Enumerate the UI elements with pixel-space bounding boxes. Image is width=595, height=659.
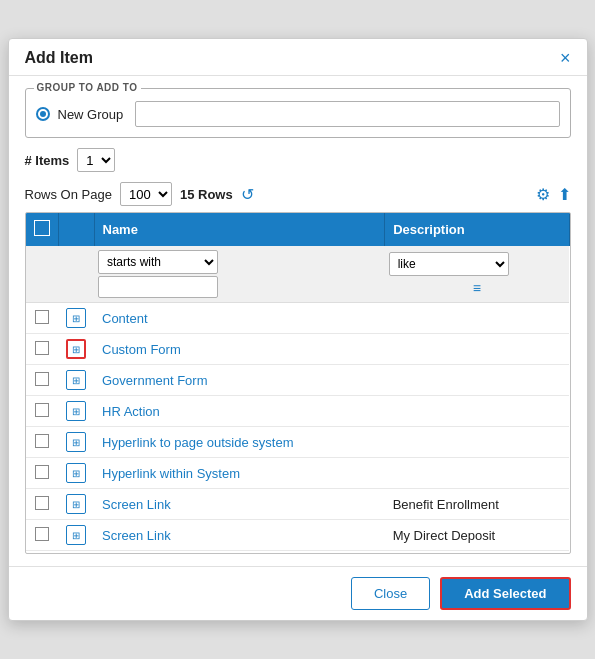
new-group-input[interactable]	[135, 101, 559, 127]
row-name-cell[interactable]: Screen Link	[94, 551, 385, 554]
rows-on-page-label: Rows On Page	[25, 187, 112, 202]
row-name-cell[interactable]: Custom Form	[94, 334, 385, 365]
dialog-body: GROUP TO ADD TO New Group # Items 1 2 3 …	[9, 76, 587, 566]
row-name-cell[interactable]: HR Action	[94, 396, 385, 427]
row-checkbox-cell[interactable]	[26, 520, 59, 551]
filter-icon-cell	[58, 246, 94, 303]
row-desc-cell: My Direct Deposit	[385, 520, 569, 551]
row-name[interactable]: Screen Link	[102, 528, 171, 543]
table-row: ⊞ Content	[26, 303, 570, 334]
table-row: ⊞ Custom Form	[26, 334, 570, 365]
add-item-dialog: Add Item × GROUP TO ADD TO New Group # I…	[8, 38, 588, 621]
filter-apply-button[interactable]: ≡	[473, 280, 481, 296]
form-icon: ⊞	[66, 308, 86, 328]
th-checkbox[interactable]	[26, 213, 59, 246]
header-checkbox[interactable]	[34, 220, 50, 236]
name-filter-input[interactable]	[98, 276, 218, 298]
items-row: # Items 1 2 3	[25, 148, 571, 172]
filter-apply-area: ≡	[389, 280, 565, 296]
export-button[interactable]: ⬆	[558, 185, 571, 204]
th-name[interactable]: Name	[94, 213, 385, 246]
row-checkbox[interactable]	[35, 310, 49, 324]
gear-button[interactable]: ⚙	[536, 185, 550, 204]
row-checkbox[interactable]	[35, 403, 49, 417]
th-description[interactable]: Description	[385, 213, 569, 246]
row-name[interactable]: HR Action	[102, 404, 160, 419]
table-row: ⊞ Government Form	[26, 365, 570, 396]
desc-filter-select[interactable]: like equals contains	[389, 252, 509, 276]
row-icon-cell: ⊞	[58, 396, 94, 427]
row-icon-cell: ⊞	[58, 551, 94, 554]
row-desc-cell	[385, 396, 569, 427]
row-checkbox-cell[interactable]	[26, 427, 59, 458]
form-icon-highlighted: ⊞	[66, 339, 86, 359]
row-name-cell[interactable]: Hyperlink within System	[94, 458, 385, 489]
row-name-cell[interactable]: Government Form	[94, 365, 385, 396]
row-desc-cell	[385, 334, 569, 365]
th-icon	[58, 213, 94, 246]
row-name-cell[interactable]: Content	[94, 303, 385, 334]
filter-row: starts with contains equals like equals	[26, 246, 570, 303]
row-checkbox[interactable]	[35, 341, 49, 355]
row-name[interactable]: Screen Link	[102, 497, 171, 512]
filter-check-cell	[26, 246, 59, 303]
table-row: ⊞ Hyperlink to page outside system	[26, 427, 570, 458]
table-row: ⊞ Screen Link My Form CA 2810.5	[26, 551, 570, 554]
row-checkbox-cell[interactable]	[26, 551, 59, 554]
row-checkbox[interactable]	[35, 527, 49, 541]
data-table-container: Name Description starts with contains	[25, 212, 571, 554]
row-icon-cell: ⊞	[58, 489, 94, 520]
row-checkbox-cell[interactable]	[26, 489, 59, 520]
row-icon-cell: ⊞	[58, 427, 94, 458]
row-checkbox-cell[interactable]	[26, 365, 59, 396]
row-checkbox-cell[interactable]	[26, 334, 59, 365]
form-icon: ⊞	[66, 525, 86, 545]
name-filter-select[interactable]: starts with contains equals	[98, 250, 218, 274]
row-desc-cell: Benefit Enrollment	[385, 489, 569, 520]
row-name[interactable]: Government Form	[102, 373, 207, 388]
dialog-header: Add Item ×	[9, 39, 587, 76]
close-button[interactable]: Close	[351, 577, 430, 610]
row-desc-cell: My Form CA 2810.5	[385, 551, 569, 554]
row-desc-cell	[385, 458, 569, 489]
toolbar-row: Rows On Page 100 50 25 15 Rows ↺ ⚙ ⬆	[25, 182, 571, 206]
row-name[interactable]: Hyperlink within System	[102, 466, 240, 481]
filter-name-cell: starts with contains equals	[94, 246, 385, 303]
items-label: # Items	[25, 153, 70, 168]
row-checkbox[interactable]	[35, 372, 49, 386]
form-icon: ⊞	[66, 463, 86, 483]
table-scroll[interactable]: Name Description starts with contains	[26, 213, 570, 553]
close-icon-button[interactable]: ×	[560, 49, 571, 67]
row-desc-cell	[385, 365, 569, 396]
row-checkbox-cell[interactable]	[26, 458, 59, 489]
row-name[interactable]: Content	[102, 311, 148, 326]
rows-count: 15 Rows	[180, 187, 233, 202]
filter-desc-cell: like equals contains ≡	[385, 246, 569, 303]
row-icon-cell: ⊞	[58, 458, 94, 489]
row-checkbox[interactable]	[35, 465, 49, 479]
refresh-button[interactable]: ↺	[241, 185, 254, 204]
row-icon-cell: ⊞	[58, 303, 94, 334]
group-section-label: GROUP TO ADD TO	[34, 82, 141, 93]
form-icon: ⊞	[66, 432, 86, 452]
row-name-cell[interactable]: Hyperlink to page outside system	[94, 427, 385, 458]
table-body: ⊞ Content ⊞ Custom Form	[26, 303, 570, 554]
radio-inner	[40, 111, 46, 117]
row-icon-cell: ⊞	[58, 520, 94, 551]
items-select[interactable]: 1 2 3	[77, 148, 115, 172]
row-checkbox[interactable]	[35, 496, 49, 510]
row-name-cell[interactable]: Screen Link	[94, 520, 385, 551]
row-name-cell[interactable]: Screen Link	[94, 489, 385, 520]
rows-per-page-select[interactable]: 100 50 25	[120, 182, 172, 206]
new-group-radio[interactable]	[36, 107, 50, 121]
row-name[interactable]: Custom Form	[102, 342, 181, 357]
row-checkbox[interactable]	[35, 434, 49, 448]
data-table: Name Description starts with contains	[26, 213, 570, 553]
row-checkbox-cell[interactable]	[26, 396, 59, 427]
row-icon-cell: ⊞	[58, 365, 94, 396]
dialog-footer: Close Add Selected	[9, 566, 587, 620]
add-selected-button[interactable]: Add Selected	[440, 577, 570, 610]
form-icon: ⊞	[66, 401, 86, 421]
row-checkbox-cell[interactable]	[26, 303, 59, 334]
row-name[interactable]: Hyperlink to page outside system	[102, 435, 293, 450]
